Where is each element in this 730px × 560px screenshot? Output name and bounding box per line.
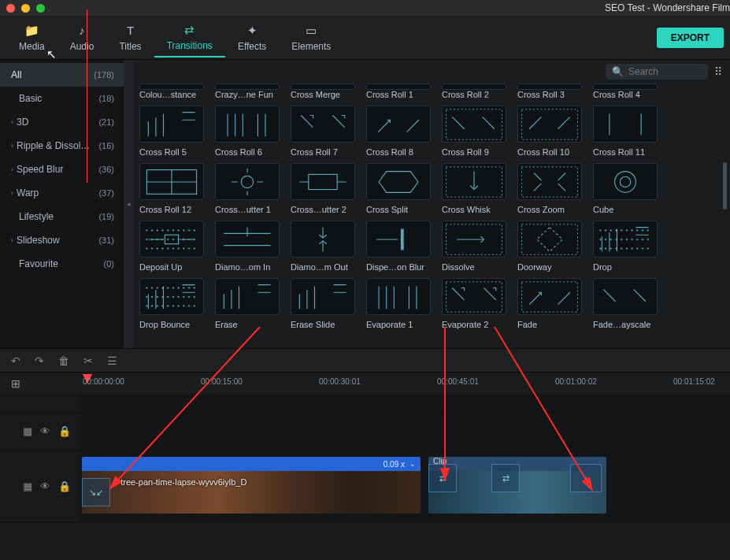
sidebar-collapse-handle[interactable]: ◂ <box>124 60 133 348</box>
transition-marker-start[interactable]: ↘↙ <box>82 478 110 506</box>
svg-line-40 <box>558 184 566 191</box>
transition-thumb[interactable]: Cross Roll 7 <box>291 106 355 157</box>
transition-thumb[interactable]: Cross Roll 9 <box>442 106 506 157</box>
sidebar-item-lifestyle[interactable]: Lifestyle(19) <box>0 205 124 228</box>
transition-thumb[interactable]: Cross Roll 5 <box>139 106 204 157</box>
clip-2[interactable]: Clip ⇄ ⇄ ↓ <box>428 457 606 514</box>
transition-thumb[interactable]: Cross Roll 2 <box>442 83 506 99</box>
settings-icon[interactable]: ☰ <box>107 354 117 367</box>
thumb-label: Drop Bounce <box>139 320 204 329</box>
transition-thumb[interactable]: Cross Merge <box>291 83 355 99</box>
transition-thumb[interactable]: Cross Roll 3 <box>517 83 582 99</box>
sidebar-item-speed-blur[interactable]: ›Speed Blur(36) <box>0 158 124 181</box>
svg-point-25 <box>241 176 253 187</box>
search-box[interactable]: 🔍 <box>606 64 708 80</box>
tab-audio[interactable]: ♪Audio <box>57 19 107 57</box>
sidebar-item-slideshow[interactable]: ›Slideshow(31) <box>0 228 124 252</box>
clip-2-visual: ⇄ ⇄ ↓ <box>428 471 606 514</box>
sidebar-item-favourite[interactable]: Favourite(0) <box>0 252 124 276</box>
transition-marker-mid[interactable]: ⇄ <box>428 464 457 492</box>
transition-thumb[interactable]: Evaporate 1 <box>366 278 431 329</box>
thumb-preview <box>215 163 280 200</box>
track-grid-icon[interactable]: ▦ <box>23 425 32 437</box>
sidebar-item-warp[interactable]: ›Warp(37) <box>0 181 124 205</box>
transition-thumb[interactable]: Cross Zoom <box>517 163 582 214</box>
export-button[interactable]: EXPORT <box>657 28 724 48</box>
maximize-window-button[interactable] <box>36 4 45 13</box>
sidebar-item-ripple-dissol-[interactable]: ›Ripple & Dissol…(16) <box>0 134 124 158</box>
track-lock-icon[interactable]: 🔒 <box>58 425 71 437</box>
transition-thumb[interactable]: Erase Slide <box>291 278 355 329</box>
transition-thumb[interactable]: Cross…utter 1 <box>215 163 280 214</box>
transition-thumb[interactable]: Diamo…om In <box>215 221 280 272</box>
sidebar-item-count: (18) <box>98 94 114 103</box>
chevron-down-icon[interactable]: ⌄ <box>409 460 416 468</box>
transition-thumb[interactable]: Colou…stance <box>139 83 204 99</box>
clip-1[interactable]: 0.09 x ⌄ ↘↙ s-tree-pan-time-lapse-wyvv6i… <box>82 457 421 514</box>
vertical-scrollbar[interactable] <box>723 162 727 210</box>
grid-view-toggle-icon[interactable]: ⠿ <box>714 65 722 78</box>
chevron-right-icon: › <box>11 236 13 244</box>
chevron-right-icon: › <box>11 189 13 197</box>
transition-thumb[interactable]: Fade <box>517 278 582 329</box>
sidebar-item-count: (0) <box>104 259 114 269</box>
split-icon[interactable]: ✂ <box>83 354 93 367</box>
transition-thumb[interactable]: Crazy…ne Fun <box>215 83 280 99</box>
transition-thumb[interactable]: Cross Roll 12 <box>139 163 204 214</box>
transition-thumb[interactable]: Dispe…on Blur <box>366 221 431 272</box>
svg-line-178 <box>603 289 615 301</box>
redo-icon[interactable]: ↷ <box>35 354 44 367</box>
sidebar-item-3d[interactable]: ›3D(21) <box>0 110 124 134</box>
sidebar-item-all[interactable]: All(178) <box>0 63 124 87</box>
tab-elements[interactable]: ▭Elements <box>279 19 343 57</box>
tab-transitions[interactable]: ⇄Transitions <box>154 18 225 57</box>
transition-thumb[interactable]: Erase <box>215 278 280 329</box>
transition-thumb[interactable]: Drop Bounce <box>139 278 204 329</box>
transitions-icon: ⇄ <box>184 23 195 37</box>
track-visibility-icon[interactable]: 👁 <box>40 480 50 492</box>
transition-marker-mid2[interactable]: ⇄ <box>491 464 520 492</box>
tab-titles[interactable]: TTitles <box>106 19 154 57</box>
svg-point-49 <box>178 230 180 232</box>
transition-thumb[interactable]: Cross Roll 11 <box>593 106 658 157</box>
tab-effects[interactable]: ✦Effects <box>225 19 279 57</box>
transition-thumb[interactable]: Dissolve <box>442 221 506 272</box>
transition-thumb[interactable]: Cross Roll 6 <box>215 106 280 157</box>
sidebar-item-label: Lifestyle <box>19 211 98 222</box>
transition-thumb[interactable]: Cross…utter 2 <box>291 163 355 214</box>
sidebar-item-basic[interactable]: Basic(18) <box>0 87 124 110</box>
transition-thumb[interactable]: Deposit Up <box>139 221 204 272</box>
transition-thumb[interactable]: Fade…ayscale <box>593 278 658 329</box>
transition-thumb[interactable]: Evaporate 2 <box>442 278 506 329</box>
transition-thumb[interactable]: Cross Roll 10 <box>517 106 582 157</box>
svg-point-136 <box>167 296 169 298</box>
undo-icon[interactable]: ↶ <box>11 354 20 367</box>
svg-point-133 <box>151 296 153 298</box>
thumb-label: Cross Roll 11 <box>593 147 658 157</box>
sidebar-item-label: Slideshow <box>17 235 98 246</box>
transition-thumb[interactable]: Cube <box>593 163 658 214</box>
track-1-body[interactable] <box>79 413 730 450</box>
transition-thumb[interactable]: Cross Roll 1 <box>366 83 431 99</box>
search-input[interactable] <box>628 66 699 77</box>
delete-icon[interactable]: 🗑 <box>58 354 69 367</box>
thumb-label: Cross Roll 2 <box>442 90 506 99</box>
tab-media[interactable]: 📁Media <box>6 19 57 57</box>
transition-thumb[interactable]: Cross Whisk <box>442 163 506 214</box>
close-window-button[interactable] <box>6 4 15 13</box>
transition-thumb[interactable]: Cross Roll 4 <box>593 83 658 99</box>
track-2-body[interactable]: 0.09 x ⌄ ↘↙ s-tree-pan-time-lapse-wyvv6i… <box>79 451 730 522</box>
add-track-icon[interactable]: ⊞ <box>11 377 20 390</box>
transition-thumb[interactable]: Doorway <box>517 221 582 272</box>
track-visibility-icon[interactable]: 👁 <box>40 425 50 437</box>
transition-thumb[interactable]: Diamo…m Out <box>291 221 355 272</box>
track-lock-icon[interactable]: 🔒 <box>58 480 71 492</box>
transition-thumb[interactable]: Cross Split <box>366 163 431 214</box>
transition-marker-end[interactable]: ↓ <box>570 464 602 492</box>
timeline-ruler[interactable]: ⊞ 00:00:00:0000:00:15:0000:00:30:0100:00… <box>0 372 730 394</box>
transition-thumb[interactable]: Drop <box>593 221 658 272</box>
thumb-preview <box>517 163 582 200</box>
minimize-window-button[interactable] <box>21 4 30 13</box>
transition-thumb[interactable]: Cross Roll 8 <box>366 106 431 157</box>
track-grid-icon[interactable]: ▦ <box>23 480 32 492</box>
